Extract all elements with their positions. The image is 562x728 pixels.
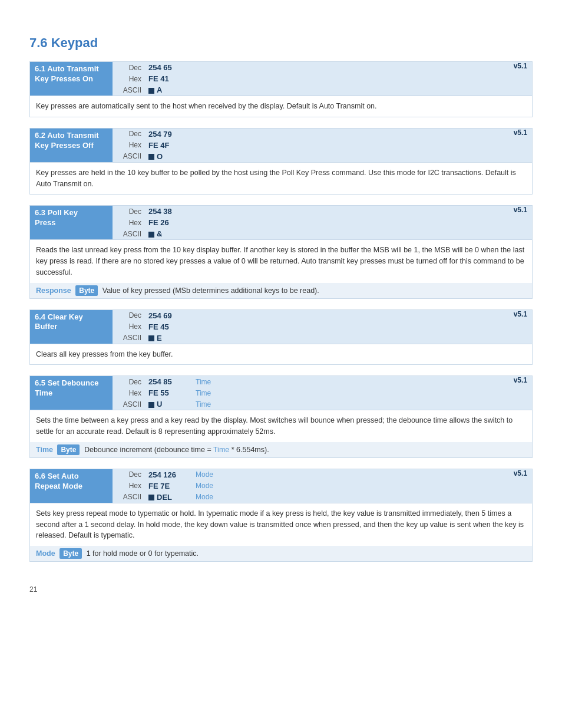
cmd-param-0 [192,62,286,73]
cmd-type-0: Dec [113,206,145,217]
cmd-param-1: Mode [192,480,386,492]
cmd-description: Sets key press repeat mode to typematic … [30,503,532,546]
cmd-value-2: U [145,398,192,410]
cmd-version: v5.1 [286,129,532,163]
cmd-version: v5.1 [386,469,532,503]
cmd-name: 6.2 Auto TransmitKey Presses Off [30,129,113,163]
cmd-value-2: DEL [145,492,192,503]
cmd-param-1 [192,73,286,84]
cmd-name: 6.4 Clear KeyBuffer [30,310,113,344]
cmd-version: v5.1 [286,62,532,96]
cmd-param-2 [192,84,286,96]
cmd-type-0: Dec [113,310,145,321]
cmd-value-2: & [145,228,192,240]
cmd-name: 6.5 Set DebounceTime [30,376,113,410]
cmd-type-2: ASCII [113,228,145,240]
cmd-response: Time Byte Debounce increment (debounce t… [30,442,532,457]
page-number: 21 [29,585,533,594]
cmd-param-0 [192,129,286,140]
cmd-type-2: ASCII [113,492,145,503]
cmd-param-0 [192,310,286,321]
cmd-param-2 [192,228,286,240]
cmd-param-1 [192,321,286,332]
cmd-type-1: Hex [113,217,145,228]
cmd-type-0: Dec [113,376,145,387]
cmd-response: Response Byte Value of key pressed (MSb … [30,283,532,298]
cmd-type-1: Hex [113,140,145,151]
cmd-param-0 [192,206,286,217]
cmd-type-1: Hex [113,387,145,398]
ascii-square-icon [148,154,154,160]
cmd-type-1: Hex [113,321,145,332]
page-title: 7.6 Keypad [29,35,533,51]
cmd-6-3: 6.3 Poll KeyPress Dec 254 38 v5.1 Hex FE… [29,205,533,298]
cmd-param-2 [192,151,286,163]
cmd-type-2: ASCII [113,84,145,96]
cmd-6-4: 6.4 Clear KeyBuffer Dec 254 69 v5.1 Hex … [29,309,533,365]
ascii-square-icon [148,232,154,238]
cmd-version: v5.1 [286,206,532,240]
cmd-name: 6.6 Set AutoRepeat Mode [30,469,113,503]
cmd-type-2: ASCII [113,332,145,344]
cmd-version: v5.1 [286,310,532,344]
cmd-type-0: Dec [113,62,145,73]
cmd-description: Key presses are held in the 10 key buffe… [30,162,532,194]
cmd-type-1: Hex [113,73,145,84]
ascii-square-icon [148,335,154,341]
cmd-param-0: Mode [192,469,386,480]
cmd-value-2: A [145,84,192,96]
cmd-param-1 [192,140,286,151]
cmd-value-2: O [145,151,192,163]
cmd-type-0: Dec [113,129,145,140]
cmd-6-5: 6.5 Set DebounceTime Dec 254 85 Time v5.… [29,375,533,458]
cmd-param-0: Time [192,376,379,387]
cmd-description: Key presses are automatically sent to th… [30,96,532,117]
cmd-param-2 [192,332,286,344]
cmd-value-0: 254 85 [145,376,192,387]
cmd-param-1: Time [192,387,379,398]
cmd-6-2: 6.2 Auto TransmitKey Presses Off Dec 254… [29,128,533,195]
cmd-value-0: 254 65 [145,62,192,73]
cmd-name: 6.1 Auto TransmitKey Presses On [30,62,113,96]
cmd-value-0: 254 38 [145,206,192,217]
cmd-value-0: 254 126 [145,469,192,480]
cmd-value-1: FE 26 [145,217,192,228]
cmd-6-1: 6.1 Auto TransmitKey Presses On Dec 254 … [29,61,533,117]
cmd-param-2: Time [192,398,379,410]
cmd-description: Sets the time between a key press and a … [30,410,532,442]
cmd-type-0: Dec [113,469,145,480]
ascii-square-icon [148,402,154,408]
ascii-square-icon [148,495,154,500]
cmd-type-2: ASCII [113,151,145,163]
cmd-value-1: FE 41 [145,73,192,84]
cmd-value-0: 254 69 [145,310,192,321]
cmd-name: 6.3 Poll KeyPress [30,206,113,240]
cmd-6-6: 6.6 Set AutoRepeat Mode Dec 254 126 Mode… [29,469,533,562]
cmd-value-2: E [145,332,192,344]
ascii-square-icon [148,88,154,94]
cmd-param-2: Mode [192,492,386,503]
cmd-value-1: FE 4F [145,140,192,151]
cmd-value-0: 254 79 [145,129,192,140]
cmd-value-1: FE 7E [145,480,192,492]
cmd-response: Mode Byte 1 for hold mode or 0 for typem… [30,546,532,561]
cmd-type-2: ASCII [113,398,145,410]
cmd-value-1: FE 45 [145,321,192,332]
cmd-type-1: Hex [113,480,145,492]
cmd-value-1: FE 55 [145,387,192,398]
cmd-description: Clears all key presses from the key buff… [30,344,532,364]
cmd-description: Reads the last unread key press from the… [30,240,532,283]
cmd-param-1 [192,217,286,228]
cmd-version: v5.1 [379,376,532,410]
